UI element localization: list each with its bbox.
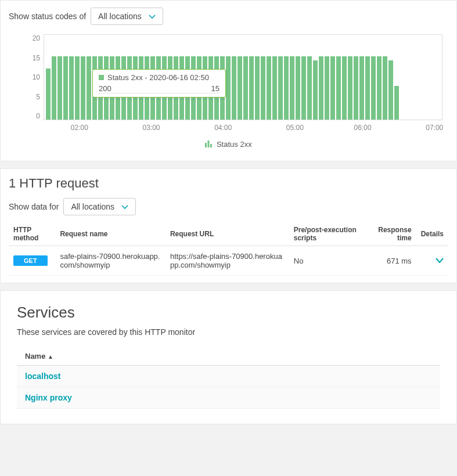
chart-bar[interactable] [57, 56, 62, 120]
chart-bar[interactable] [336, 56, 341, 120]
chart-bar[interactable] [87, 56, 91, 120]
chart-bar[interactable] [371, 56, 376, 120]
chart-bar[interactable] [313, 60, 318, 120]
svg-rect-2 [210, 144, 212, 147]
col-time[interactable]: Response time [364, 222, 416, 246]
chart-bar[interactable] [383, 56, 387, 120]
http-filter-row: Show data for All locations [9, 198, 448, 215]
chart-bar[interactable] [330, 56, 335, 120]
y-axis: 20 15 10 5 0 [9, 34, 40, 120]
svg-rect-1 [208, 140, 210, 147]
http-method-badge: GET [13, 255, 48, 266]
table-row[interactable]: localhost [17, 366, 440, 387]
col-name[interactable]: Request name [55, 222, 165, 246]
chart-bar[interactable] [226, 56, 231, 120]
chart-bar[interactable] [75, 56, 80, 120]
chart-bar[interactable] [394, 86, 399, 120]
chart-bar[interactable] [301, 56, 306, 120]
expand-row-button[interactable] [416, 246, 448, 276]
col-details[interactable]: Details [416, 222, 448, 246]
services-table: Name ▲ localhost Nginx proxy [17, 347, 440, 409]
chart-bar[interactable] [359, 56, 364, 120]
table-header-row: Name ▲ [17, 347, 440, 366]
cell-time: 671 ms [364, 246, 416, 276]
service-link[interactable]: Nginx proxy [25, 393, 72, 402]
status-codes-panel: Show status codes of All locations 20 15… [0, 0, 457, 161]
chart-bar[interactable] [377, 56, 382, 120]
chart-bar[interactable] [284, 56, 289, 120]
chart-bar[interactable] [267, 56, 271, 120]
chart-bar[interactable] [243, 56, 248, 120]
cell-method: GET [9, 246, 55, 276]
tooltip-header: Status 2xx - 2020-06-16 02:50 [107, 73, 209, 82]
chart-bar[interactable] [296, 56, 300, 120]
services-subtitle: These services are covered by this HTTP … [17, 327, 440, 337]
x-tick: 04:00 [214, 124, 232, 132]
chart-bar[interactable] [278, 56, 283, 120]
http-filter-label: Show data for [9, 202, 59, 211]
http-request-table: HTTP method Request name Request URL Pre… [9, 222, 448, 276]
chart-bar[interactable] [46, 68, 51, 120]
y-tick: 10 [33, 73, 40, 81]
bar-chart-icon [205, 140, 212, 149]
chart-bar[interactable] [348, 56, 352, 120]
sort-asc-icon: ▲ [48, 354, 53, 360]
y-tick: 15 [33, 54, 40, 62]
status-codes-filter-row: Show status codes of All locations [9, 8, 448, 25]
tooltip-code: 200 [99, 84, 111, 93]
chart-bar[interactable] [249, 56, 254, 120]
col-scripts[interactable]: Pre/post-execution scripts [289, 222, 364, 246]
col-url[interactable]: Request URL [165, 222, 289, 246]
select-value: All locations [71, 202, 114, 211]
x-tick: 07:00 [426, 124, 443, 132]
http-request-title: 1 HTTP request [9, 176, 448, 191]
chart-bar[interactable] [81, 56, 85, 120]
chart-bar[interactable] [354, 56, 358, 120]
status-code-chart: 20 15 10 5 0 Status 2xx - 2020-06-16 02:… [9, 34, 448, 150]
svg-rect-0 [205, 143, 207, 147]
y-tick: 20 [33, 34, 40, 42]
select-value: All locations [98, 12, 142, 21]
table-row[interactable]: GET safe-plains-70900.herokuapp.com/show… [9, 246, 448, 276]
service-link[interactable]: localhost [25, 372, 60, 381]
chart-bar[interactable] [307, 56, 312, 120]
services-title: Services [17, 304, 440, 322]
tooltip-value: 15 [211, 84, 219, 93]
chart-legend: Status 2xx [9, 140, 448, 149]
x-tick: 03:00 [142, 124, 160, 132]
chart-bar[interactable] [261, 56, 265, 120]
http-location-select[interactable]: All locations [63, 198, 136, 215]
x-tick: 05:00 [286, 124, 304, 132]
col-method[interactable]: HTTP method [9, 222, 55, 246]
chart-bar[interactable] [325, 56, 329, 120]
x-tick: 02:00 [71, 124, 88, 132]
chart-bar[interactable] [52, 56, 56, 120]
legend-color-swatch [99, 75, 104, 80]
cell-name: safe-plains-70900.herokuapp.com/showmyip [55, 246, 165, 276]
cell-url: https://safe-plains-70900.herokuapp.com/… [165, 246, 289, 276]
chart-bar[interactable] [290, 56, 294, 120]
y-tick: 0 [36, 112, 40, 120]
chevron-down-icon [121, 202, 128, 211]
chart-tooltip: Status 2xx - 2020-06-16 02:50 200 15 [92, 69, 226, 98]
legend-label: Status 2xx [217, 140, 252, 149]
chart-bar[interactable] [238, 56, 242, 120]
table-header-row: HTTP method Request name Request URL Pre… [9, 222, 448, 246]
col-name-label: Name [25, 352, 45, 360]
chart-bar[interactable] [272, 56, 277, 120]
col-name[interactable]: Name ▲ [17, 347, 440, 366]
chart-bar[interactable] [255, 56, 260, 120]
table-row[interactable]: Nginx proxy [17, 387, 440, 409]
chart-bar[interactable] [69, 56, 74, 120]
chart-bar[interactable] [63, 56, 68, 120]
chart-bar[interactable] [388, 60, 393, 120]
chart-bar[interactable] [342, 56, 347, 120]
chart-bar[interactable] [365, 56, 370, 120]
y-tick: 5 [36, 93, 40, 101]
status-codes-location-select[interactable]: All locations [91, 8, 163, 25]
services-panel: Services These services are covered by t… [0, 290, 457, 424]
chevron-down-icon [149, 12, 156, 21]
chart-bar[interactable] [319, 56, 323, 120]
chart-bar[interactable] [232, 56, 236, 120]
status-codes-label: Show status codes of [9, 12, 86, 21]
